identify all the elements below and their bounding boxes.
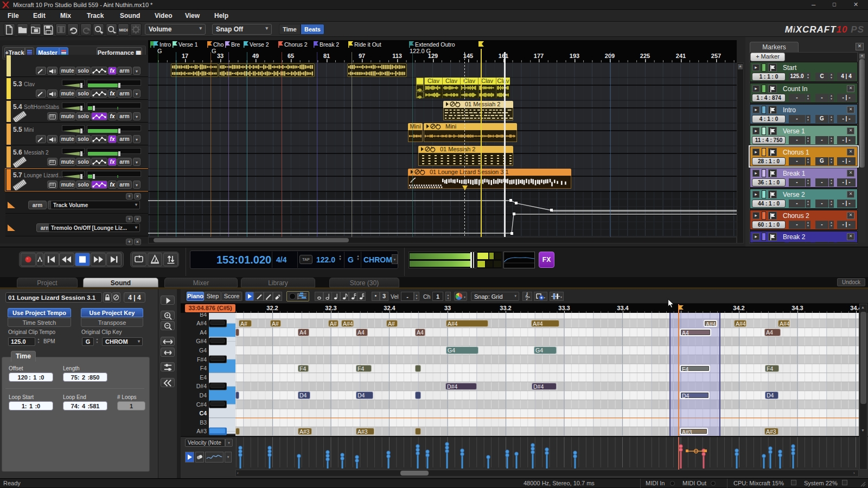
svg-text:33.3: 33.3 bbox=[558, 305, 570, 311]
svg-text:G#4: G#4 bbox=[196, 338, 207, 344]
svg-text:97: 97 bbox=[359, 53, 365, 59]
svg-text:E4: E4 bbox=[200, 374, 207, 381]
svg-text:B4: B4 bbox=[200, 313, 207, 318]
svg-text:F#4: F#4 bbox=[197, 356, 207, 363]
svg-text:33.4: 33.4 bbox=[617, 305, 629, 311]
svg-text:▾: ▾ bbox=[464, 296, 465, 299]
svg-text:A#3: A#3 bbox=[196, 428, 207, 434]
svg-text:A#4: A#4 bbox=[196, 320, 207, 326]
svg-text:33.2: 33.2 bbox=[500, 305, 511, 311]
svg-text:32.2: 32.2 bbox=[266, 305, 278, 311]
svg-text:33: 33 bbox=[444, 305, 451, 311]
svg-text:33: 33 bbox=[217, 53, 224, 59]
svg-text:34.3: 34.3 bbox=[792, 305, 803, 311]
svg-text:32.4: 32.4 bbox=[384, 305, 395, 311]
svg-text:34.2: 34.2 bbox=[733, 305, 744, 311]
svg-text:225: 225 bbox=[640, 53, 650, 59]
svg-text:81: 81 bbox=[323, 53, 330, 59]
svg-text:32.3: 32.3 bbox=[325, 305, 336, 311]
svg-text:MIDI: MIDI bbox=[119, 28, 127, 33]
svg-text:▾: ▾ bbox=[560, 296, 562, 299]
svg-text:▾: ▾ bbox=[544, 296, 545, 299]
svg-text:17: 17 bbox=[182, 53, 188, 59]
svg-text:C#4: C#4 bbox=[196, 401, 207, 408]
svg-text:D4: D4 bbox=[200, 392, 207, 399]
svg-text:A4: A4 bbox=[200, 329, 207, 336]
svg-text:49: 49 bbox=[252, 53, 259, 59]
svg-text:65: 65 bbox=[288, 53, 294, 59]
svg-text:F4: F4 bbox=[200, 365, 207, 371]
svg-text:161: 161 bbox=[499, 53, 508, 59]
svg-text:113: 113 bbox=[392, 53, 402, 59]
svg-text:G4: G4 bbox=[199, 347, 207, 354]
svg-text:C4: C4 bbox=[200, 410, 207, 416]
svg-text:193: 193 bbox=[570, 53, 579, 59]
svg-text:241: 241 bbox=[676, 53, 686, 59]
svg-text:257: 257 bbox=[711, 53, 721, 59]
svg-text:177: 177 bbox=[534, 53, 544, 59]
svg-text:209: 209 bbox=[605, 53, 615, 59]
svg-text:D#4: D#4 bbox=[196, 383, 207, 389]
svg-text:B3: B3 bbox=[200, 419, 207, 426]
